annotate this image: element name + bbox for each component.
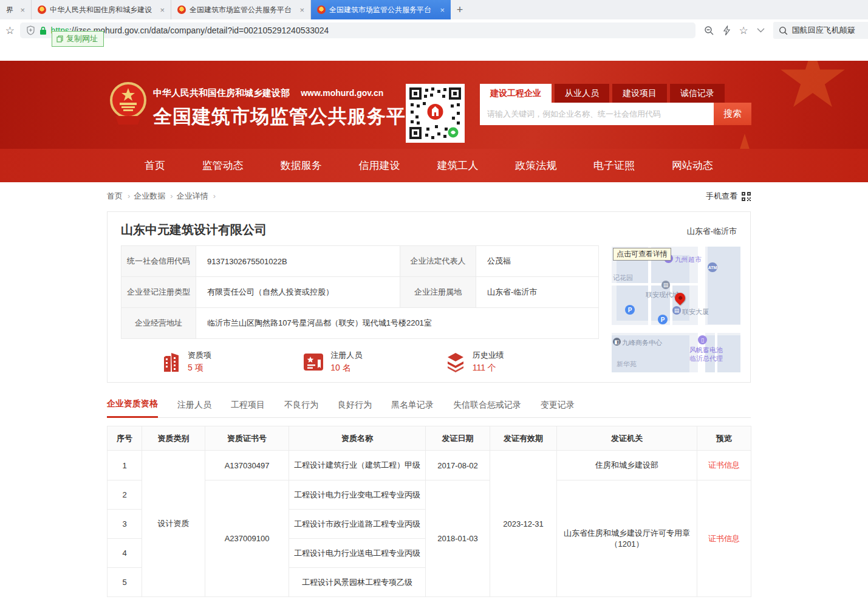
col-seq: 序号 (108, 426, 142, 451)
tab-close-icon[interactable]: × (160, 5, 165, 15)
stat-track-record[interactable]: 历史业绩111 个 (445, 350, 586, 374)
seq-cell: 1 (108, 451, 142, 480)
parking-icon: P (625, 305, 635, 315)
company-region: 山东省-临沂市 (687, 226, 737, 237)
stat-label: 历史业绩 (473, 350, 504, 361)
site-banner: 中华人民共和国住房和城乡建设部 www.mohurd.gov.cn 全国建筑市场… (0, 61, 868, 149)
url-field[interactable]: https://jzsc.mohurd.gov.cn/data/company/… (20, 22, 695, 38)
tab-registered-personnel[interactable]: 注册人员 (177, 400, 211, 417)
nav-item-supervision[interactable]: 监管动态 (202, 159, 244, 173)
nav-item-license[interactable]: 电子证照 (593, 159, 635, 173)
tab-close-icon[interactable]: × (20, 5, 25, 15)
col-issue-date: 发证日期 (426, 426, 490, 451)
mobile-view-link[interactable]: 手机查看 (706, 191, 751, 202)
nav-item-workers[interactable]: 建筑工人 (437, 159, 478, 173)
browser-tab-partial[interactable]: 界 × (0, 0, 32, 19)
browser-tab-strip: 界 × 中华人民共和国住房和城乡建设 × 全国建筑市场监管公共服务平台 × 全国… (0, 0, 868, 19)
favorite-star-icon[interactable]: ☆ (739, 24, 748, 37)
tab-title: 界 (6, 5, 16, 15)
map-tooltip: 点击可查看详情 (613, 248, 671, 261)
col-preview: 预览 (697, 426, 751, 451)
table-header-row: 序号 资质类别 资质证书号 资质名称 发证日期 发证有效期 发证机关 预览 (108, 426, 751, 451)
hot-search-box[interactable]: 国航回应飞机颠簸 (773, 22, 868, 39)
site-info-shield-icon[interactable] (26, 26, 35, 35)
table-row: 1 设计资质 A137030497 工程设计建筑行业（建筑工程）甲级 2017-… (108, 451, 751, 480)
platform-title: 全国建筑市场监管公共服务平台 (153, 104, 425, 129)
reg-region-label: 企业注册属地 (400, 277, 476, 308)
certificate-card-icon (302, 352, 324, 372)
map-label-supermarket: 九州超市 (675, 255, 702, 264)
emblem-favicon-icon (38, 5, 46, 14)
site-qr-code (406, 84, 465, 143)
building-icon (161, 351, 182, 373)
search-tab-credit[interactable]: 诚信记录 (670, 84, 725, 103)
emblem-favicon-icon (177, 5, 186, 14)
atm-poi-icon: ATM (708, 262, 717, 272)
qual-name-cell: 工程设计电力行业变电工程专业丙级 (289, 480, 426, 510)
stat-registered-personnel[interactable]: 注册人员10 名 (302, 350, 444, 374)
authority-cell: 山东省住房和城乡建设厅许可专用章 （1201） (557, 480, 697, 597)
browser-url-bar: ☆ https://jzsc.mohurd.gov.cn/data/compan… (0, 19, 868, 41)
browser-tab-jzsc-1[interactable]: 全国建筑市场监管公共服务平台 × (171, 0, 311, 19)
tab-good-behavior[interactable]: 良好行为 (338, 400, 372, 417)
tab-change-records[interactable]: 变更记录 (541, 400, 575, 417)
credit-code-label: 统一社会信用代码 (121, 246, 196, 277)
stat-qualifications[interactable]: 资质项5 项 (161, 350, 302, 374)
tab-title: 全国建筑市场监管公共服务平台 (329, 5, 436, 15)
search-category-tabs: 建设工程企业 从业人员 建设项目 诚信记录 (480, 84, 751, 103)
nav-item-home[interactable]: 首页 (145, 159, 165, 173)
tab-projects[interactable]: 工程项目 (231, 400, 265, 417)
tab-close-icon[interactable]: × (299, 5, 304, 15)
tab-close-icon[interactable]: × (440, 5, 445, 15)
new-tab-button[interactable]: + (451, 0, 469, 19)
search-tab-enterprise[interactable]: 建设工程企业 (480, 84, 552, 103)
address-value: 临沂市兰山区陶然路107号星河晶都（联安）现代城1号楼2201室 (196, 308, 599, 339)
nav-item-credit[interactable]: 信用建设 (359, 159, 400, 173)
certificate-info-link[interactable]: 证书信息 (708, 460, 740, 470)
company-summary-card: 山东中元建筑设计有限公司 山东省-临沂市 统一社会信用代码 9137130267… (107, 211, 751, 383)
qual-name-cell: 工程设计电力行业送电工程专业丙级 (289, 539, 426, 568)
location-map[interactable]: 点击可查看详情 ⌂ 九州超市 ATM 记花园 ▤ 联安现代城 ▤ 联安大厦 P … (612, 247, 740, 372)
flash-extension-icon[interactable] (723, 26, 731, 36)
authority-cell: 住房和城乡建设部 (557, 451, 697, 480)
tab-bad-behavior[interactable]: 不良行为 (284, 400, 318, 417)
parking-icon: P (658, 315, 668, 324)
detail-tab-bar: 企业资质资格 注册人员 工程项目 不良行为 良好行为 黑名单记录 失信联合惩戒记… (107, 395, 751, 418)
qr-code-icon (742, 192, 751, 201)
chevron-down-icon[interactable] (757, 28, 765, 33)
tab-title: 全国建筑市场监管公共服务平台 (190, 5, 296, 15)
nav-item-data-service[interactable]: 数据服务 (281, 159, 322, 173)
cert-no-cell: A237009100 (205, 480, 289, 597)
keyword-search-input[interactable] (480, 103, 714, 125)
emblem-favicon-icon (317, 5, 326, 14)
search-tab-project[interactable]: 建设项目 (612, 84, 667, 103)
nav-item-policy[interactable]: 政策法规 (515, 159, 556, 173)
breadcrumb-enterprise-data[interactable]: 企业数据 (134, 191, 173, 202)
seq-cell: 5 (108, 568, 142, 597)
tab-dishonesty[interactable]: 失信联合惩戒记录 (453, 400, 521, 417)
search-tab-personnel[interactable]: 从业人员 (555, 84, 609, 103)
zoom-out-icon[interactable] (704, 26, 714, 36)
breadcrumb-detail: 企业详情 (177, 191, 216, 202)
browser-tab-mohurd[interactable]: 中华人民共和国住房和城乡建设 × (32, 0, 171, 19)
layers-icon (445, 352, 466, 372)
nav-item-news[interactable]: 网站动态 (672, 159, 713, 173)
reg-type-value: 有限责任公司（自然人投资或控股） (196, 277, 400, 308)
breadcrumb-home[interactable]: 首页 (107, 191, 130, 202)
hot-search-text: 国航回应飞机颠簸 (792, 25, 855, 36)
ministry-name-line: 中华人民共和国住房和城乡建设部 www.mohurd.gov.cn (153, 87, 425, 99)
search-button[interactable]: 搜索 (714, 103, 751, 125)
tls-lock-icon[interactable] (39, 26, 47, 35)
bookmark-star-icon[interactable]: ☆ (0, 24, 20, 37)
col-category: 资质类别 (142, 426, 205, 451)
certificate-info-link[interactable]: 证书信息 (708, 534, 740, 543)
ministry-name: 中华人民共和国住房和城乡建设部 (153, 87, 290, 98)
tab-blacklist[interactable]: 黑名单记录 (391, 400, 434, 417)
map-label-lianan-tower: 联安大厦 (682, 307, 709, 316)
company-info-table: 统一社会信用代码 91371302675501022B 企业法定代表人 公茂福 … (121, 245, 599, 339)
tab-qualifications[interactable]: 企业资质资格 (107, 398, 158, 418)
browser-tab-jzsc-active[interactable]: 全国建筑市场监管公共服务平台 × (311, 0, 451, 19)
company-stats: 资质项5 项 注册人员10 名 历史业绩111 个 (161, 350, 586, 374)
valid-until-cell: 2023-12-31 (490, 451, 557, 597)
map-label-jiufeng: 九峰商务中心 (622, 338, 662, 347)
